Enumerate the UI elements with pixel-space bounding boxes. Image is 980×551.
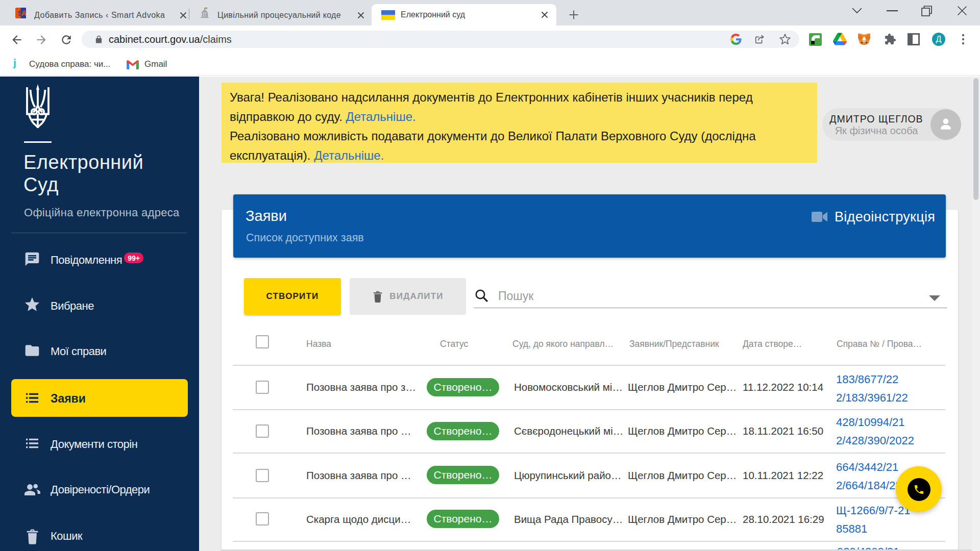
- svg-text:A: A: [21, 9, 27, 17]
